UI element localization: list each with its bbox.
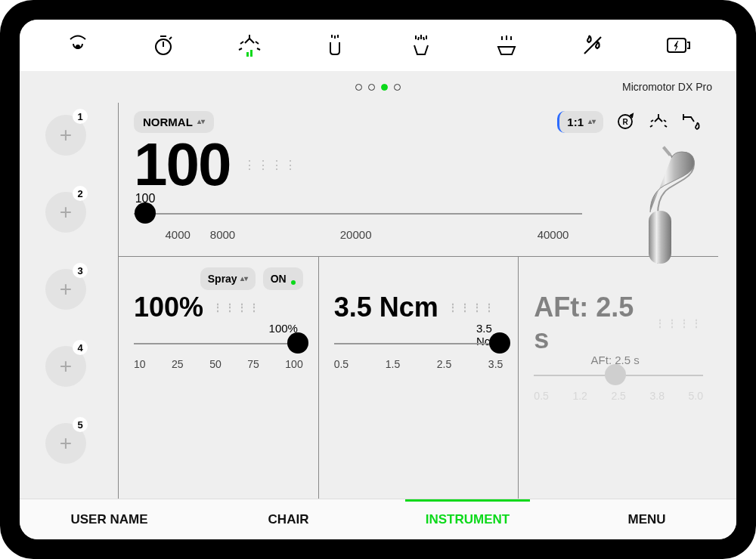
spray-toggle-label: ON: [271, 273, 287, 285]
on-indicator-icon: [291, 280, 296, 285]
rotation-icon[interactable]: R: [614, 110, 637, 133]
svg-point-0: [76, 45, 79, 48]
aft-slider: AFt: 2.5 s: [534, 375, 703, 376]
spray-selector-label: Spray: [208, 273, 237, 285]
bottom-tabbar: USER NAME CHAIR INSTRUMENT MENU: [20, 499, 736, 539]
device-title: Micromotor DX Pro: [622, 81, 712, 93]
caret-icon: ▴▾: [240, 276, 248, 281]
keypad-icon[interactable]: ⋮⋮⋮⋮: [212, 301, 261, 313]
torque-panel: 3.5 Ncm ⋮⋮⋮⋮ 3.5 Ncm 0.51.52.53.5: [319, 257, 519, 499]
page-indicator[interactable]: [355, 84, 401, 91]
speed-panel: NORMAL ▴▾ 1:1 ▴▾ R: [119, 103, 718, 256]
speed-value: 100: [134, 130, 230, 199]
ratio-selector[interactable]: 1:1 ▴▾: [557, 111, 603, 133]
spray-value: 100%: [134, 292, 203, 323]
keypad-icon[interactable]: ⋮⋮⋮⋮: [448, 301, 496, 313]
tab-menu[interactable]: MENU: [557, 499, 736, 539]
tab-chair[interactable]: CHAIR: [199, 499, 378, 539]
ratio-label: 1:1: [567, 116, 584, 128]
spray-icon[interactable]: [406, 30, 436, 60]
coolant-icon[interactable]: [680, 110, 703, 133]
caret-icon: ▴▾: [197, 119, 205, 124]
slot-4[interactable]: +4: [45, 346, 86, 387]
svg-rect-3: [250, 50, 253, 57]
aft-value: AFt: 2.5 s: [534, 292, 646, 355]
cup-icon[interactable]: [320, 30, 350, 60]
timer-icon[interactable]: [148, 30, 178, 60]
speed-ticks: 4000 8000 20000 40000 .: [134, 228, 582, 241]
top-toolbar: [20, 20, 736, 71]
spray-panel: Spray ▴▾ ON 100% ⋮⋮⋮⋮: [119, 257, 319, 499]
slot-3[interactable]: +3: [45, 269, 86, 310]
slot-5[interactable]: +5: [45, 423, 86, 464]
torque-slider-thumb[interactable]: [489, 332, 510, 354]
tab-user[interactable]: USER NAME: [20, 499, 199, 539]
spray-slider[interactable]: 100%: [134, 343, 303, 344]
lamp-icon[interactable]: [234, 30, 265, 60]
keypad-icon[interactable]: ⋮⋮⋮⋮: [243, 158, 298, 172]
svg-rect-2: [246, 52, 249, 57]
speed-slider-thumb[interactable]: [135, 202, 156, 224]
bowl-rinse-icon[interactable]: [491, 30, 522, 60]
tab-instrument[interactable]: INSTRUMENT: [378, 499, 557, 539]
aft-panel: AFt: 2.5 s ⋮⋮⋮⋮ AFt: 2.5 s 0.51.22.53.85…: [519, 257, 718, 499]
svg-rect-7: [649, 211, 671, 264]
power-icon[interactable]: [663, 30, 693, 60]
torque-slider[interactable]: 3.5 Ncm: [334, 343, 503, 344]
keypad-icon: ⋮⋮⋮⋮: [655, 317, 703, 329]
water-off-icon[interactable]: [578, 30, 608, 60]
header-row: Micromotor DX Pro: [20, 71, 736, 103]
mode-label: NORMAL: [143, 116, 193, 128]
instrument-image: [605, 143, 711, 264]
light-icon[interactable]: [647, 110, 670, 133]
suction-icon[interactable]: [63, 30, 93, 60]
preset-slots: +1 +2 +3 +4 +5: [20, 103, 118, 499]
spray-slider-thumb[interactable]: [287, 332, 308, 354]
svg-text:R: R: [622, 118, 628, 126]
slot-2[interactable]: +2: [45, 192, 86, 233]
torque-value: 3.5 Ncm: [334, 292, 438, 323]
aft-slider-thumb: [605, 364, 626, 385]
spray-toggle[interactable]: ON: [263, 267, 303, 290]
spray-ticks: 10255075100: [134, 358, 303, 370]
aft-ticks: 0.51.22.53.85.0: [534, 390, 703, 402]
spray-selector[interactable]: Spray ▴▾: [200, 267, 256, 290]
slot-1[interactable]: +1: [45, 115, 86, 156]
caret-icon: ▴▾: [588, 119, 596, 124]
torque-ticks: 0.51.52.53.5: [334, 358, 503, 370]
svg-rect-8: [662, 146, 671, 156]
